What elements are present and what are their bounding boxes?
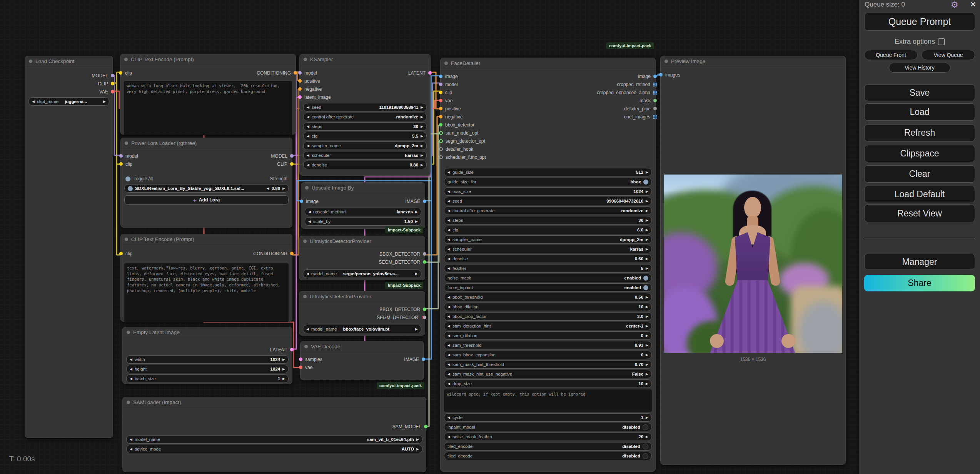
widget-sampler-name[interactable]: ◀sampler_namedpmpp_2m▶ <box>303 141 427 150</box>
widget-sam-dilation[interactable]: ◀sam_dilation0▶ <box>444 331 652 340</box>
node-title-bar[interactable]: Empty Latent Image <box>123 327 292 338</box>
widget-batch-size[interactable]: ◀batch_size1▶ <box>126 374 289 383</box>
widget-model-name[interactable]: ◀model_namesegm/person_yolov8m-s...▶ <box>303 269 421 278</box>
input-port-clip[interactable]: clip <box>120 69 222 77</box>
widget-sam-detection-hint[interactable]: ◀sam_detection_hintcenter-1▶ <box>444 322 652 330</box>
output-port-CONDITIONING[interactable]: CONDITIONING <box>220 249 292 258</box>
node-upscale-image-by[interactable]: Upscale Image By imageIMAGE◀upscale_meth… <box>301 182 425 229</box>
input-port-samples[interactable]: samples <box>301 355 372 363</box>
widget-sdxl-realism-lora-by-stable-yogi-sdxl8-1-saf-[interactable]: SDXL\Realism_Lora_By_Stable_yogi_SDXL8.1… <box>124 184 289 193</box>
node-title-bar[interactable]: CLIP Text Encode (Prompt) <box>121 234 292 245</box>
collapse-dot-icon[interactable] <box>125 238 128 241</box>
collapse-dot-icon[interactable] <box>127 401 130 404</box>
widget-scheduler[interactable]: ◀schedulerkarras▶ <box>444 245 652 253</box>
input-port-model[interactable]: model <box>441 80 565 88</box>
output-port-MODEL[interactable]: MODEL <box>220 152 292 160</box>
textarea-negative-prompt[interactable]: text, watermark,"low-res, blurry, cartoo… <box>124 263 289 322</box>
widget-device-mode[interactable]: ◀device_modeAUTO▶ <box>126 445 422 453</box>
load-button[interactable]: Load <box>864 103 975 121</box>
queue-front-button[interactable]: Queue Front <box>864 50 918 60</box>
input-port-scheduler_func_opt[interactable]: scheduler_func_opt <box>441 153 565 161</box>
collapse-dot-icon[interactable] <box>664 60 668 63</box>
widget-cfg[interactable]: ◀cfg5.5▶ <box>303 132 427 140</box>
textarea-positive-prompt[interactable]: woman with long black hair,looking at vi… <box>124 81 292 135</box>
widget-seed[interactable]: ◀seed990660494732010▶ <box>444 197 652 205</box>
widget-scale-by[interactable]: ◀scale_by1.50▶ <box>305 217 421 226</box>
widget-inpaint-model[interactable]: inpaint_modeldisabled <box>444 423 652 431</box>
share-button[interactable]: Share <box>864 275 975 291</box>
clipspace-button[interactable]: Clipspace <box>864 145 975 162</box>
node-title-bar[interactable]: Upscale Image By <box>301 183 425 193</box>
node-clip-text-encode-positive[interactable]: CLIP Text Encode (Prompt) clipCONDITIONI… <box>120 54 296 135</box>
input-port-model[interactable]: model <box>300 69 376 77</box>
widget-sam-mask-hint-threshold[interactable]: ◀sam_mask_hint_threshold0.70▶ <box>444 360 652 369</box>
collapse-dot-icon[interactable] <box>29 60 32 63</box>
extra-options-checkbox[interactable] <box>938 38 945 45</box>
node-vae-decode[interactable]: VAE Decode samplesvaeIMAGE <box>300 341 424 380</box>
collapse-dot-icon[interactable] <box>124 58 128 61</box>
widget-cycle[interactable]: ◀cycle1▶ <box>444 413 652 422</box>
input-port-sam_model_opt[interactable]: sam_model_opt <box>441 129 565 137</box>
widget-steps[interactable]: ◀steps30▶ <box>303 122 427 131</box>
widget-upscale-method[interactable]: ◀upscale_methodlanczos▶ <box>305 208 421 216</box>
widget-guide-size[interactable]: ◀guide_size512▶ <box>444 168 652 176</box>
input-port-vae[interactable]: vae <box>441 96 565 105</box>
node-load-checkpoint[interactable]: Load Checkpoint MODELCLIPVAE◀ckpt_nameju… <box>25 56 113 438</box>
toggle-knob[interactable] <box>643 453 648 459</box>
widget-sampler-name[interactable]: ◀sampler_namedpmpp_2m▶ <box>444 235 652 244</box>
output-port-CLIP[interactable]: CLIP <box>220 160 292 168</box>
output-port-BBOX_DETECTOR[interactable]: BBOX_DETECTOR <box>372 250 425 258</box>
input-port-clip[interactable]: clip <box>121 249 220 258</box>
widget-bbox-dilation[interactable]: ◀bbox_dilation10▶ <box>444 303 652 311</box>
widget-guide-size-for[interactable]: guide_size_forbbox <box>444 178 652 186</box>
widget-width[interactable]: ◀width1024▶ <box>126 355 289 364</box>
node-title-bar[interactable]: SAMLoader (Impact) <box>123 397 426 408</box>
widget-drop-size[interactable]: ◀drop_size10▶ <box>444 379 652 388</box>
collapse-dot-icon[interactable] <box>305 186 309 190</box>
input-port-latent_image[interactable]: latent_image <box>300 93 376 101</box>
widget-sam-mask-hint-use-negative[interactable]: ◀sam_mask_hint_use_negativeFalse▶ <box>444 370 652 378</box>
save-button[interactable]: Save <box>864 84 975 101</box>
clear-button[interactable]: Clear <box>864 165 975 183</box>
output-port-LATENT[interactable]: LATENT <box>221 346 292 354</box>
queue-prompt-button[interactable]: Queue Prompt <box>864 13 975 31</box>
collapse-dot-icon[interactable] <box>304 58 307 61</box>
node-title-bar[interactable]: Power Lora Loader (rgthree) <box>121 138 292 149</box>
node-ultralytics-detector-bbox[interactable]: UltralyticsDetectorProvider BBOX_DETECTO… <box>299 291 425 336</box>
widget-scheduler[interactable]: ◀schedulerkarras▶ <box>303 151 427 160</box>
close-icon[interactable]: ✕ <box>970 0 976 8</box>
node-title-bar[interactable]: Preview Image <box>661 56 845 67</box>
toggle-all-row[interactable]: Toggle AllStrength <box>125 175 287 183</box>
widget-denoise[interactable]: ◀denoise0.80▶ <box>303 161 427 169</box>
toggle-knob[interactable] <box>643 285 648 290</box>
input-port-detailer_hook[interactable]: detailer_hook <box>441 145 565 153</box>
reset-view-button[interactable]: Reset View <box>864 205 975 222</box>
settings-gear-icon[interactable]: ⚙ <box>951 0 958 10</box>
output-port-VAE[interactable]: VAE <box>76 88 113 96</box>
node-title-bar[interactable]: CLIP Text Encode (Prompt) <box>120 54 296 65</box>
output-port-SAM_MODEL[interactable]: SAM_MODEL <box>299 422 426 431</box>
widget-model-name[interactable]: ◀model_namebbox/face_yolov8m.pt▶ <box>303 325 421 333</box>
output-port-IMAGE[interactable]: IMAGE <box>372 355 424 363</box>
output-port-cnet_images[interactable]: cnet_images <box>565 113 655 121</box>
node-title-bar[interactable]: Load Checkpoint <box>25 56 113 67</box>
collapse-dot-icon[interactable] <box>303 295 307 298</box>
input-port-image[interactable]: image <box>441 72 565 80</box>
toggle-knob[interactable] <box>643 444 648 449</box>
widget-noise-mask[interactable]: noise_maskenabled <box>444 274 652 282</box>
node-clip-text-encode-negative[interactable]: CLIP Text Encode (Prompt) clipCONDITIONI… <box>120 234 292 322</box>
input-port-segm_detector_opt[interactable]: segm_detector_opt <box>441 137 565 145</box>
output-port-cropped_enhanced_alpha[interactable]: cropped_enhanced_alpha <box>565 88 655 96</box>
toggle-knob[interactable] <box>128 186 133 191</box>
view-queue-button[interactable]: View Queue <box>922 50 975 60</box>
node-title-bar[interactable]: FaceDetailer <box>441 58 655 69</box>
node-samloader[interactable]: SAMLoader (Impact) SAM_MODEL◀model_names… <box>122 397 426 472</box>
widget-control-after-generate[interactable]: ◀control after generaterandomize▶ <box>303 113 427 121</box>
widget-seed[interactable]: ◀seed1101919890358941▶ <box>303 103 427 111</box>
input-port-positive[interactable]: positive <box>441 105 565 113</box>
toggle-knob[interactable] <box>125 176 130 181</box>
output-port-MODEL[interactable]: MODEL <box>76 72 113 80</box>
widget-max-size[interactable]: ◀max_size1024▶ <box>444 187 652 196</box>
input-port-negative[interactable]: negative <box>441 113 565 121</box>
node-ultralytics-detector-segm[interactable]: UltralyticsDetectorProvider BBOX_DETECTO… <box>299 236 425 280</box>
